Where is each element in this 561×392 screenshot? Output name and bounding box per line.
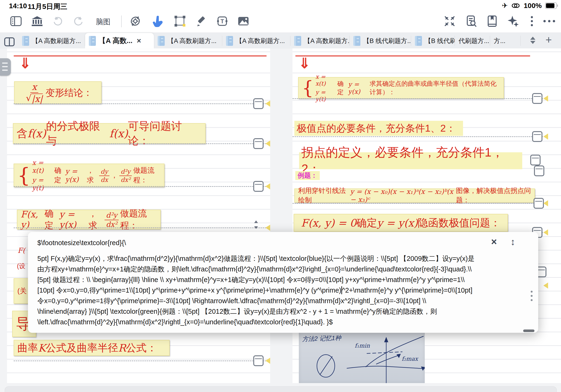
editor-line[interactable]: $\footnotesize\textcolor{red}{\ xyxy=(37,238,529,248)
yellow-tag-icon[interactable] xyxy=(543,229,548,236)
tab-6[interactable]: 【B 线代刷题方... xyxy=(350,33,411,49)
yellow-tag-icon[interactable] xyxy=(265,101,270,107)
highlight-extremum-conditions[interactable]: 极值点的必要条件，充分条件1、2： xyxy=(294,121,463,136)
flashcard-icon[interactable] xyxy=(534,165,544,176)
notebook-icon xyxy=(353,36,360,46)
layers-float-button[interactable] xyxy=(0,58,11,76)
editor-line[interactable]: 令x=0,y=0,y^\prime=1得y^{\prime\prime}=-3\… xyxy=(37,296,529,306)
image-icon xyxy=(237,16,249,26)
document-search-button[interactable] xyxy=(465,15,478,28)
yellow-tag-icon[interactable] xyxy=(265,141,270,147)
yellow-tag-icon[interactable] xyxy=(543,200,548,206)
flashcard-icon[interactable] xyxy=(253,98,264,109)
flashcard-icon[interactable] xyxy=(253,181,264,192)
tab-sort-button[interactable] xyxy=(528,37,538,45)
red-down-arrow: ⇓ xyxy=(19,56,31,70)
tab-label: 【B 线代刷题方... xyxy=(425,37,454,45)
editor-line[interactable]: 5pt] F(x,y)确定y=y(x)，求\frac{\mathrm{d^2}y… xyxy=(37,253,529,264)
hand-pointer-icon xyxy=(152,15,163,27)
editor-line[interactable]: [10pt] 令x=0,y=0,得y^\prime=1\\[10pt] y^\p… xyxy=(37,285,529,296)
hidden-note-text: F( xyxy=(18,246,25,254)
right-note-page: ⇓ { x = x(t)y = y(t) 确定 y = y(x) 求其确定点的曲… xyxy=(292,48,561,383)
fraction: x √|x| xyxy=(24,82,44,103)
red-divider-line xyxy=(295,55,530,56)
note-box-parametric-curvature[interactable]: { x = x(t)y = y(t) 确定 y = y(x) 求其确定点的曲率或… xyxy=(298,77,504,99)
doc-search-icon xyxy=(465,15,477,27)
new-tab-button[interactable]: + xyxy=(546,33,552,46)
tab-9[interactable]: 方... xyxy=(490,33,510,49)
tab-2-active[interactable]: 【A 高数... × xyxy=(85,33,154,49)
redo-button[interactable] xyxy=(72,15,85,28)
tab-label: 【A 高数刷题方... xyxy=(304,37,349,45)
popup-corner-grip[interactable] xyxy=(523,329,534,332)
select-tool-button[interactable] xyxy=(151,15,164,28)
note-box-implicit-second-derivative[interactable]: F(x, y)确定y = y(x)，求 d²ydx² 做题流程： xyxy=(17,210,161,229)
tab-8[interactable]: 代刷题方... xyxy=(455,33,490,49)
more-options-horizontal-button[interactable] xyxy=(543,15,556,28)
note-box-parametric-derivative[interactable]: { x = x(t)y = y(t) 确定 y = y(x) ，求 dydx ，… xyxy=(14,163,164,187)
tab-bar: 【A 高数刷题方... 【A 高数... × 【A 高数刷题方... 【A 高数… xyxy=(0,33,561,49)
status-bar: 14:10 11月5日周三 ✈ 100% xyxy=(0,0,561,11)
notebook-icon xyxy=(226,36,233,46)
status-date: 11月5日周三 xyxy=(28,2,67,11)
flashcard-icon[interactable] xyxy=(534,198,544,209)
ai-assistant-button[interactable] xyxy=(507,15,520,28)
popup-close-icon[interactable]: × xyxy=(491,237,497,247)
undo-button[interactable] xyxy=(51,15,64,28)
image-tool-button[interactable] xyxy=(237,15,250,28)
latex-editor-popup[interactable]: $\footnotesize\textcolor{red}{\ 5pt] F(x… xyxy=(28,232,538,333)
more-options-vertical-button[interactable] xyxy=(525,15,539,28)
yellow-tag-icon[interactable] xyxy=(265,358,270,364)
pencil-icon xyxy=(195,15,207,27)
tab-label: 【A 高数... xyxy=(99,36,132,46)
editor-line[interactable]: 由方程xy+\mathrm{e}^y=x+1确定的隐函数，则\left.\dfr… xyxy=(37,264,529,274)
bottom-panel-edge[interactable] xyxy=(5,386,557,392)
yellow-tag-icon[interactable] xyxy=(543,95,548,101)
separator-resize-handle[interactable] xyxy=(254,220,258,229)
tab-label: 方... xyxy=(494,37,506,45)
library-button[interactable] xyxy=(31,15,44,28)
dashed-separator xyxy=(14,360,268,361)
flashcard-icon[interactable] xyxy=(253,138,264,149)
sidebar-toggle-button[interactable] xyxy=(9,15,22,28)
flashcard-icon[interactable] xyxy=(532,93,542,104)
example-label[interactable]: 例题： xyxy=(295,171,320,180)
tab-1[interactable]: 【A 高数刷题方... xyxy=(18,33,85,49)
tab-close-icon[interactable]: × xyxy=(137,36,141,45)
flashcard-icon[interactable] xyxy=(253,355,264,366)
yellow-tag-icon[interactable] xyxy=(265,183,270,189)
sync-settings-button[interactable] xyxy=(129,15,142,28)
highlight-inflection-conditions[interactable]: 拐点的定义，必要条件，充分条件1，2： xyxy=(299,152,522,169)
pen-tool-button[interactable] xyxy=(194,15,208,28)
popup-resize-icon[interactable]: ↕ xyxy=(510,237,515,247)
flashcard-icon[interactable] xyxy=(530,155,540,165)
note-box-implicit-extremum[interactable]: F(x, y) = 0确定y = y(x)隐函数极值问题： xyxy=(294,214,508,232)
editor-line[interactable]: \left.\dfrac{\mathrm{d}^2y}{\mathrm{d}x^… xyxy=(37,317,529,327)
flashcard-icon[interactable] xyxy=(532,131,542,142)
text-tool-button[interactable]: T xyxy=(216,15,229,28)
split-view-button[interactable] xyxy=(3,35,16,48)
tab-label: 【A 高数刷题方... xyxy=(32,37,81,45)
tab-3[interactable]: 【A 高数刷题方... xyxy=(154,33,222,49)
handwritten-notes-image[interactable]: 方法2 记忆1种 f₁min f₂max xyxy=(299,331,425,383)
editor-line[interactable]: \hline\end{array} }\\[5pt] \textcolor{gr… xyxy=(37,306,529,317)
yellow-tag-icon[interactable] xyxy=(543,283,548,289)
note-box-fraction-limit[interactable]: 含f(x)的分式极限与f(x)可导问题讨论： xyxy=(13,123,205,144)
lasso-select-button[interactable] xyxy=(173,15,186,28)
tab-4[interactable]: 【A 高数刷题方... xyxy=(222,33,290,49)
bookmark-button[interactable] xyxy=(485,15,498,28)
collapse-view-button[interactable] xyxy=(443,15,456,28)
note-box-transform-conclusion[interactable]: x √|x| 变形结论： xyxy=(14,81,101,104)
tab-5[interactable]: 【A 高数刷题方... xyxy=(290,33,349,49)
ellipsis-horizontal-icon xyxy=(543,20,556,22)
note-box-sign-line-method[interactable]: 利用穿针引线法绘制y = (x − x₀)(x − x₁)ᵃ(x − x₂)ᵇ(… xyxy=(294,188,535,203)
note-box-curvature-formula[interactable]: 曲率K公式及曲率半径R公式： xyxy=(14,340,170,356)
notebook-icon xyxy=(22,36,29,46)
yellow-tag-icon[interactable] xyxy=(543,133,548,140)
brace: { xyxy=(17,163,30,187)
editor-line[interactable]: [5pt] 做题过程：\\ \begin{array}{lll} \hline … xyxy=(37,274,529,285)
mindmap-button[interactable]: 脑图 xyxy=(96,17,110,27)
yellow-tag-icon[interactable] xyxy=(265,225,270,231)
popup-drag-handle[interactable] xyxy=(531,291,533,303)
tab-7[interactable]: 【B 线代刷题方... xyxy=(411,33,454,49)
